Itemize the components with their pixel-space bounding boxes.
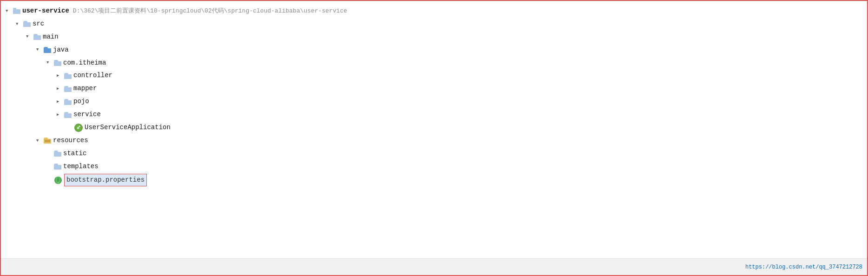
svg-rect-0 — [13, 9, 20, 14]
tree-view: user-service D:\362\项目二前置课资料\10-springcl… — [1, 1, 867, 209]
tree-root[interactable]: user-service D:\362\项目二前置课资料\10-springcl… — [6, 5, 862, 18]
svg-rect-15 — [54, 152, 61, 157]
main-arrow — [26, 33, 33, 41]
resources-arrow — [36, 137, 44, 145]
svg-rect-5 — [54, 61, 61, 66]
bootstrap-properties-label[interactable]: bootstrap.properties — [64, 174, 147, 187]
root-folder-icon — [13, 8, 20, 14]
templates-label: templates — [63, 161, 99, 173]
resources-label: resources — [53, 135, 88, 147]
tree-item-service[interactable]: service — [6, 108, 862, 121]
tree-item-bootstrap-properties[interactable]: bootstrap.properties — [6, 173, 862, 187]
src-label: src — [33, 18, 44, 30]
root-label: user-service — [22, 5, 69, 17]
svg-rect-12 — [44, 139, 51, 144]
main-folder-icon — [33, 34, 41, 40]
controller-folder-icon — [64, 73, 72, 79]
svg-rect-3 — [33, 35, 41, 40]
root-arrow — [6, 7, 13, 16]
svg-rect-9 — [64, 113, 72, 118]
main-label: main — [43, 31, 59, 43]
svg-rect-4 — [44, 48, 51, 53]
java-label: java — [53, 44, 69, 56]
tree-item-user-service-app[interactable]: UserServiceApplication — [6, 121, 862, 134]
src-arrow — [16, 20, 23, 29]
java-folder-icon — [44, 47, 51, 53]
java-arrow — [36, 46, 44, 54]
mapper-arrow — [57, 85, 64, 93]
controller-arrow — [57, 72, 64, 80]
pojo-label: pojo — [73, 96, 89, 108]
service-arrow — [57, 111, 64, 119]
file-tree-container: user-service D:\362\项目二前置课资料\10-springcl… — [0, 0, 868, 276]
tree-item-controller[interactable]: controller — [6, 69, 862, 82]
mapper-label: mapper — [73, 83, 97, 95]
tree-item-java[interactable]: java — [6, 44, 862, 57]
com-itheima-label: com.itheima — [63, 57, 106, 69]
svg-rect-2 — [23, 22, 31, 27]
controller-label: controller — [73, 70, 112, 82]
resources-folder-icon — [44, 138, 51, 144]
status-link[interactable]: https://blog.csdn.net/qq_3747212728 — [745, 264, 862, 270]
tree-item-mapper[interactable]: mapper — [6, 82, 862, 95]
svg-rect-6 — [64, 74, 72, 79]
tree-item-src[interactable]: src — [6, 18, 862, 31]
tree-item-com-itheima[interactable]: com.itheima — [6, 57, 862, 70]
svg-rect-7 — [64, 87, 72, 92]
tree-item-resources[interactable]: resources — [6, 134, 862, 147]
pojo-arrow — [57, 98, 64, 106]
tree-item-templates[interactable]: templates — [6, 160, 862, 173]
static-folder-icon — [54, 151, 61, 157]
com-itheima-arrow — [46, 59, 54, 67]
spring-boot-icon — [74, 124, 83, 132]
root-path: D:\362\项目二前置课资料\10-springcloud\02代码\spri… — [73, 6, 347, 17]
user-service-app-label: UserServiceApplication — [85, 122, 171, 134]
mapper-folder-icon — [64, 86, 72, 92]
service-label: service — [73, 109, 101, 121]
svg-rect-1 — [13, 8, 16, 9]
templates-folder-icon — [54, 164, 61, 170]
src-folder-icon — [23, 21, 31, 27]
svg-rect-16 — [54, 165, 61, 170]
com-itheima-folder-icon — [54, 60, 61, 66]
static-label: static — [63, 148, 86, 160]
tree-item-static[interactable]: static — [6, 147, 862, 160]
bootstrap-properties-icon — [54, 176, 62, 184]
service-folder-icon — [64, 112, 72, 118]
tree-item-main[interactable]: main — [6, 31, 862, 44]
tree-item-pojo[interactable]: pojo — [6, 95, 862, 108]
status-bar: https://blog.csdn.net/qq_3747212728 — [1, 258, 867, 275]
pojo-folder-icon — [64, 99, 72, 105]
svg-point-11 — [79, 125, 80, 127]
svg-rect-8 — [64, 100, 72, 105]
